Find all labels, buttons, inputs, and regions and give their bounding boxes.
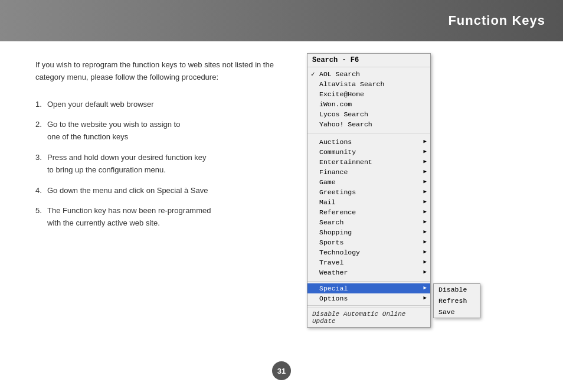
menu-item-altavista[interactable]: AltaVista Search <box>307 79 430 89</box>
content-area: If you wish to reprogram the function ke… <box>0 41 563 339</box>
menu-item-yahoo[interactable]: Yahoo! Search <box>307 119 430 129</box>
menu-divider-2 <box>307 281 430 282</box>
special-submenu: Disable Refresh Save <box>433 283 480 318</box>
list-item: 2. Go to the website you wish to assign … <box>35 119 289 143</box>
right-column: Search - F6 AOL Search AltaVista Search … <box>307 53 431 328</box>
header-banner: Function Keys <box>0 0 563 41</box>
menu-item-options[interactable]: Options <box>307 293 430 303</box>
list-item: 4. Go down the menu and click on Special… <box>35 185 289 197</box>
list-item: 1. Open your default web browser <box>35 99 289 111</box>
menu-item-mail[interactable]: Mail <box>307 197 430 207</box>
menu-container: Search - F6 AOL Search AltaVista Search … <box>307 53 431 328</box>
page-number: 31 <box>272 361 291 380</box>
menu-header: Search - F6 <box>307 54 430 67</box>
menu-item-iwon[interactable]: iWon.com <box>307 99 430 109</box>
menu-divider <box>307 133 430 133</box>
step-number: 1. <box>35 99 42 111</box>
menu-item-disable-online[interactable]: Disable Automatic Online Update <box>307 308 430 327</box>
menu-item-travel[interactable]: Travel <box>307 257 430 267</box>
list-item: 3. Press and hold down your desired func… <box>35 152 289 177</box>
menu-item-special[interactable]: Special <box>307 283 430 293</box>
menu-top-section: AOL Search AltaVista Search Excite@Home … <box>307 67 430 131</box>
step-number: 4. <box>35 185 42 197</box>
intro-text: If you wish to reprogram the function ke… <box>35 59 289 84</box>
menu-item-excite[interactable]: Excite@Home <box>307 89 430 99</box>
step-number: 3. <box>35 152 42 164</box>
menu-divider-3 <box>307 305 430 306</box>
left-column: If you wish to reprogram the function ke… <box>35 59 289 328</box>
page-title: Function Keys <box>448 13 545 28</box>
menu-item-game[interactable]: Game <box>307 177 430 187</box>
menu-categories-section: Auctions Community Entertainment Finance… <box>307 135 430 279</box>
menu-item-reference[interactable]: Reference <box>307 207 430 217</box>
menu-item-community[interactable]: Community <box>307 147 430 157</box>
menu-item-search[interactable]: Search <box>307 217 430 227</box>
step-number: 2. <box>35 119 42 131</box>
menu-item-entertainment[interactable]: Entertainment <box>307 157 430 167</box>
step-number: 5. <box>35 205 42 217</box>
menu-item-auctions[interactable]: Auctions <box>307 137 430 147</box>
submenu-item-disable[interactable]: Disable <box>434 284 480 295</box>
submenu-item-save[interactable]: Save <box>434 306 480 318</box>
submenu-item-refresh[interactable]: Refresh <box>434 295 480 306</box>
menu-item-weather[interactable]: Weather <box>307 267 430 277</box>
menu-item-greetings[interactable]: Greetings <box>307 187 430 197</box>
menu-item-shopping[interactable]: Shopping <box>307 227 430 237</box>
menu-item-technology[interactable]: Technology <box>307 247 430 257</box>
menu-item-aol[interactable]: AOL Search <box>307 69 430 79</box>
steps-list: 1. Open your default web browser 2. Go t… <box>35 99 289 230</box>
menu-item-lycos[interactable]: Lycos Search <box>307 109 430 119</box>
menu-item-sports[interactable]: Sports <box>307 237 430 247</box>
menu-item-finance[interactable]: Finance <box>307 167 430 177</box>
list-item: 5. The Function key has now been re-prog… <box>35 205 289 230</box>
